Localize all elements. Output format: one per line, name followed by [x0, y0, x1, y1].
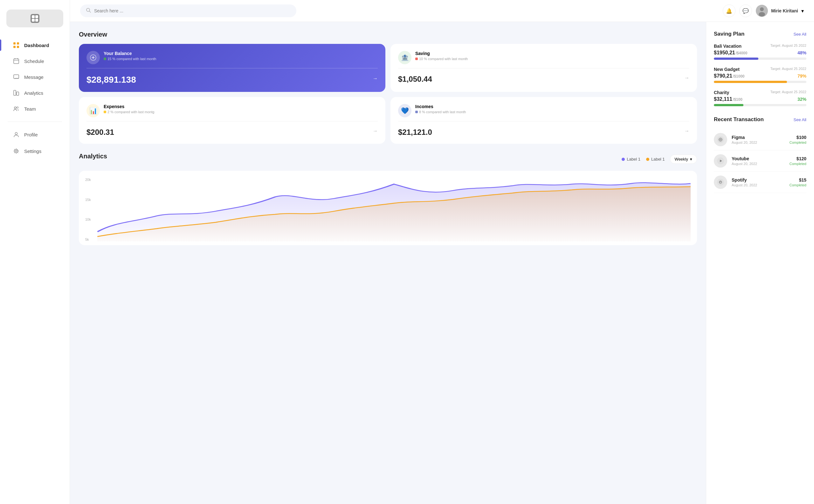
transaction-youtube-amount: $120 Completed — [790, 156, 806, 166]
sidebar-item-analytics[interactable]: Analytics — [4, 85, 66, 100]
recent-transaction-section: Recent Transaction See All Figm — [714, 116, 806, 193]
sidebar-label-profile: Profile — [24, 132, 38, 137]
saving-plan-see-all[interactable]: See All — [794, 32, 806, 37]
sidebar-item-schedule[interactable]: Schedule — [4, 53, 66, 69]
svg-rect-8 — [17, 46, 19, 48]
saving-bali-amounts: $1950,21/$4000 48% — [714, 50, 806, 56]
svg-rect-1 — [32, 15, 35, 18]
svg-point-16 — [14, 107, 16, 109]
saving-charity-header: Charity Target: August 25 2022 — [714, 90, 806, 95]
incomes-sublabel: 8 % compared with last month — [415, 110, 689, 114]
incomes-status-dot — [415, 111, 418, 113]
message-button[interactable]: 💬 — [739, 4, 752, 17]
saving-charity-fill — [714, 104, 743, 106]
nav-divider — [8, 121, 62, 122]
transaction-youtube-date: August 20, 2022 — [732, 162, 757, 166]
expenses-card: 📊 Expenses 2 % compared with last montg — [79, 97, 385, 144]
spotify-icon — [714, 176, 727, 189]
sidebar-label-message: Message — [24, 74, 44, 80]
search-input[interactable] — [94, 8, 291, 13]
saving-bali-fill — [714, 58, 758, 60]
expenses-divider — [86, 121, 378, 121]
saving-bali-header: Bali Vacation Target: August 25 2022 — [714, 44, 806, 49]
saving-bali-name: Bali Vacation — [714, 44, 742, 49]
incomes-amount: $21,121.0 — [398, 128, 432, 137]
sidebar-item-team[interactable]: Team — [4, 101, 66, 116]
transaction-spotify-name: Spotify — [732, 177, 757, 183]
overview-grid: Your Balance 15 % compared with last mon… — [79, 44, 697, 144]
saving-arrow[interactable]: → — [684, 75, 689, 81]
transaction-figma-info: Figma August 20, 2022 — [732, 135, 757, 144]
svg-rect-3 — [32, 19, 35, 22]
saving-gadget-percent: 79% — [797, 73, 806, 79]
balance-icon — [86, 51, 100, 64]
svg-point-24 — [760, 7, 764, 11]
svg-rect-0 — [31, 14, 39, 23]
sidebar-item-message[interactable]: Message — [4, 69, 66, 85]
period-dropdown[interactable]: Weekly ▾ — [670, 155, 697, 164]
notification-button[interactable]: 🔔 — [723, 4, 735, 17]
transaction-youtube-value: $120 — [790, 156, 806, 161]
saving-gadget-progress — [714, 81, 806, 83]
balance-label: Your Balance — [104, 51, 378, 56]
svg-rect-14 — [14, 90, 16, 95]
search-icon — [86, 8, 91, 14]
chart-y-labels: 20k 15k 10k 5k — [85, 178, 97, 241]
app-logo — [6, 10, 63, 27]
saving-item-bali: Bali Vacation Target: August 25 2022 $19… — [714, 44, 806, 60]
header-actions: 🔔 💬 Mirie Kiritani ▾ — [723, 4, 804, 17]
y-label-10k: 10k — [85, 217, 97, 221]
sidebar-item-profile[interactable]: Profile — [4, 127, 66, 142]
legend-item-1: Label 1 — [622, 157, 640, 162]
svg-rect-4 — [35, 19, 38, 22]
saving-plan-header: Saving Plan See All — [714, 31, 806, 37]
svg-rect-7 — [13, 46, 16, 48]
svg-rect-2 — [35, 15, 38, 18]
sidebar-label-analytics: Analytics — [24, 90, 43, 96]
expenses-label: Expenses — [104, 104, 378, 109]
saving-bali-target: Target: August 25 2022 — [770, 44, 806, 49]
chart-svg — [97, 178, 691, 241]
incomes-icon: 💙 — [398, 104, 411, 117]
user-menu[interactable]: Mirie Kiritani ▾ — [756, 5, 804, 17]
analytics-title: Analytics — [79, 153, 107, 160]
svg-rect-13 — [14, 75, 19, 79]
legend-label-1: Label 1 — [627, 157, 640, 162]
sidebar-item-dashboard[interactable]: Dashboard — [4, 38, 66, 53]
profile-icon — [13, 131, 20, 138]
balance-arrow[interactable]: → — [373, 76, 378, 81]
saving-charity-progress — [714, 104, 806, 106]
saving-card: 🏦 Saving 10 % compared with last month — [390, 44, 697, 92]
chart-container: 20k 15k 10k 5k — [79, 171, 697, 245]
overview-title: Overview — [79, 31, 697, 38]
saving-status-dot — [415, 58, 418, 60]
figma-icon — [714, 133, 727, 146]
incomes-label: Incomes — [415, 104, 689, 109]
youtube-icon — [714, 154, 727, 168]
svg-point-18 — [15, 133, 17, 135]
saving-sublabel: 10 % compared with last month — [415, 57, 689, 61]
saving-gadget-target: Target: August 25 2022 — [770, 67, 806, 72]
saving-card-header: 🏦 Saving 10 % compared with last month — [398, 51, 689, 64]
saving-item-gadget: New Gadget Target: August 25 2022 $790,2… — [714, 67, 806, 83]
recent-transaction-see-all[interactable]: See All — [794, 117, 806, 122]
svg-point-19 — [16, 150, 17, 152]
calendar-icon — [13, 58, 20, 65]
chevron-down-icon: ▾ — [801, 8, 804, 14]
transaction-youtube-status: Completed — [790, 162, 806, 166]
search-bar[interactable] — [80, 4, 296, 17]
expenses-arrow[interactable]: → — [373, 128, 378, 134]
sidebar-item-settings[interactable]: Settings — [4, 143, 66, 159]
legend-dot-purple — [622, 158, 625, 161]
svg-line-22 — [89, 11, 91, 12]
expenses-icon: 📊 — [86, 104, 100, 117]
svg-rect-9 — [14, 59, 19, 64]
team-icon — [13, 105, 20, 112]
incomes-arrow[interactable]: → — [684, 128, 689, 134]
incomes-card: 💙 Incomes 8 % compared with last month — [390, 97, 697, 144]
content-area: Overview Your Balance — [70, 22, 814, 504]
saving-gadget-header: New Gadget Target: August 25 2022 — [714, 67, 806, 72]
transaction-youtube-name: Youtube — [732, 156, 757, 161]
saving-item-charity: Charity Target: August 25 2022 $32,111/$… — [714, 90, 806, 106]
sidebar-label-dashboard: Dashboard — [24, 43, 49, 48]
